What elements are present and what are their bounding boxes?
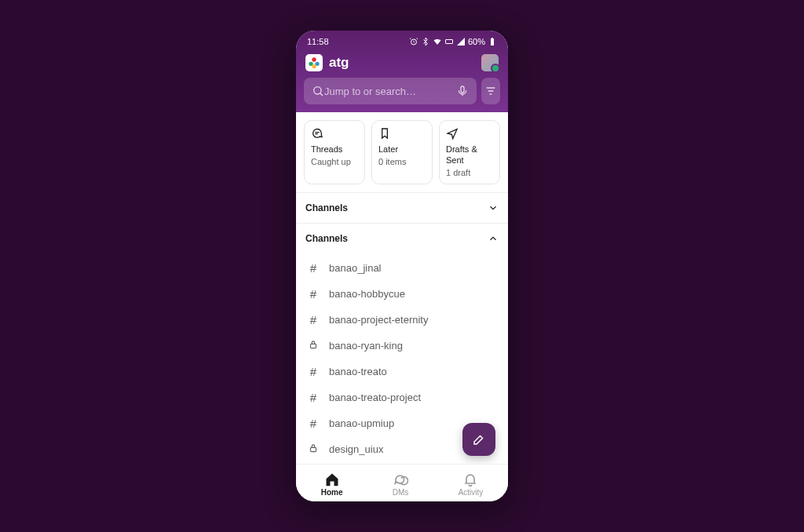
channel-item[interactable]: #banao_jinal	[296, 255, 508, 281]
signal-icon	[456, 37, 466, 46]
nav-dms[interactable]: DMs	[393, 470, 409, 497]
svg-rect-2	[491, 38, 494, 46]
home-icon	[324, 472, 340, 487]
workspace-name: atg	[329, 55, 349, 71]
hash-icon: #	[307, 365, 320, 378]
channel-name: banao-project-eternity	[329, 314, 428, 326]
search-icon	[312, 85, 324, 97]
mic-icon[interactable]	[456, 85, 469, 97]
lock-icon	[307, 339, 320, 352]
bottom-nav: Home DMs Activity	[296, 464, 508, 501]
channel-name: banao-treato-project	[329, 392, 421, 403]
channels-section-expanded[interactable]: Channels	[296, 224, 508, 253]
search-input[interactable]	[324, 86, 456, 97]
send-icon	[446, 127, 459, 140]
channel-name: banao_jinal	[329, 262, 382, 274]
phone-frame: 11:58 60% atg	[296, 31, 508, 501]
channel-item[interactable]: #banao-treato	[296, 359, 508, 384]
nav-home-label: Home	[321, 488, 343, 497]
search-box[interactable]	[304, 78, 477, 104]
channels-section-collapsed[interactable]: Channels	[296, 193, 508, 224]
volte-icon	[444, 37, 454, 46]
svg-rect-3	[492, 38, 493, 38]
threads-subtitle: Caught up	[311, 157, 358, 166]
svg-rect-11	[311, 447, 316, 451]
svg-point-4	[312, 57, 316, 61]
hash-icon: #	[307, 417, 320, 430]
hash-icon: #	[307, 391, 320, 404]
channel-name: banao-hobbycue	[329, 288, 405, 300]
hash-icon: #	[307, 261, 320, 275]
app-header: 11:58 60% atg	[296, 31, 508, 112]
bell-icon	[462, 472, 478, 487]
later-title: Later	[378, 144, 426, 155]
lock-icon	[307, 443, 320, 456]
bluetooth-icon	[421, 37, 430, 46]
workspace-switcher[interactable]: atg	[305, 54, 349, 71]
bookmark-icon	[378, 127, 391, 140]
dms-icon	[393, 472, 408, 487]
threads-card[interactable]: Threads Caught up	[304, 120, 365, 184]
channel-item[interactable]: #banao-project-eternity	[296, 307, 508, 333]
battery-percent: 60%	[468, 37, 485, 46]
nav-home[interactable]: Home	[321, 470, 343, 497]
drafts-title: Drafts & Sent	[446, 144, 493, 166]
alarm-icon	[409, 37, 418, 46]
channel-item[interactable]: #banao-treato-project	[296, 384, 508, 410]
compose-fab[interactable]	[462, 423, 495, 456]
filter-button[interactable]	[481, 78, 500, 104]
quick-cards-row: Threads Caught up Later 0 items Drafts &…	[296, 112, 508, 193]
drafts-subtitle: 1 draft	[446, 168, 493, 177]
later-card[interactable]: Later 0 items	[371, 120, 433, 184]
svg-point-7	[312, 64, 316, 68]
channel-name: banao-treato	[329, 366, 387, 377]
nav-dms-label: DMs	[393, 488, 409, 497]
content-scroll[interactable]: Threads Caught up Later 0 items Drafts &…	[296, 112, 508, 464]
channel-item[interactable]: banao-ryan-king	[296, 333, 508, 359]
section-label: Channels	[305, 202, 348, 213]
workspace-row: atg	[304, 51, 500, 78]
user-avatar[interactable]	[481, 54, 499, 71]
chevron-down-icon	[488, 202, 499, 213]
chevron-up-icon	[488, 233, 499, 244]
wifi-icon	[433, 37, 442, 46]
workspace-logo	[305, 54, 323, 71]
channel-item[interactable]: #banao-hobbycue	[296, 281, 508, 307]
svg-point-8	[314, 87, 321, 94]
svg-rect-10	[311, 344, 316, 348]
filter-icon	[484, 85, 497, 97]
nav-activity[interactable]: Activity	[459, 470, 484, 497]
status-icons: 60%	[409, 37, 497, 46]
status-time: 11:58	[307, 37, 329, 46]
hash-icon: #	[307, 313, 320, 326]
threads-title: Threads	[311, 144, 358, 155]
compose-icon	[472, 432, 486, 446]
hash-icon: #	[307, 287, 320, 301]
svg-rect-9	[461, 86, 464, 93]
channel-name: design_uiux	[329, 443, 383, 455]
drafts-card[interactable]: Drafts & Sent 1 draft	[439, 120, 500, 184]
threads-icon	[311, 127, 323, 140]
status-bar: 11:58 60%	[304, 37, 500, 51]
section-label: Channels	[305, 233, 348, 244]
svg-rect-1	[445, 40, 452, 44]
nav-activity-label: Activity	[459, 488, 484, 497]
channel-name: banao-upmiup	[329, 417, 394, 429]
channel-name: banao-ryan-king	[329, 340, 403, 352]
later-subtitle: 0 items	[378, 157, 426, 166]
search-row	[304, 78, 500, 104]
battery-icon	[488, 37, 497, 46]
